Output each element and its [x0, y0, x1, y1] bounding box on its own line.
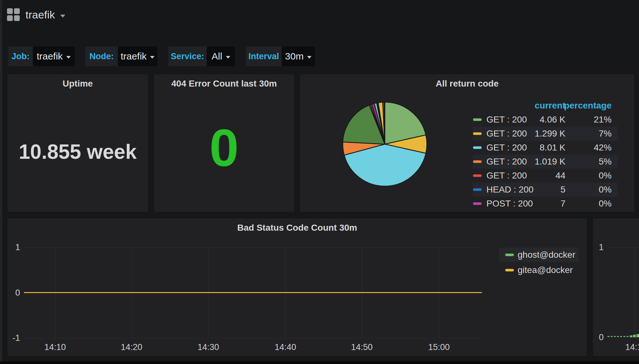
legend-row: GET : 200440%	[473, 169, 618, 183]
legend-row: HEAD : 20050%	[473, 183, 618, 197]
series-bar	[607, 336, 609, 337]
x-axis-tick-label: 14:1	[620, 342, 639, 352]
legend-current-value: 8.01 K	[540, 143, 565, 153]
return-code-pie-chart	[340, 100, 429, 189]
variable-label: Job:	[8, 46, 33, 66]
variable-label: Node:	[85, 46, 118, 66]
legend-series-color[interactable]	[473, 174, 482, 177]
dashboard-grid-icon[interactable]	[7, 8, 20, 21]
sidebar-edge	[0, 0, 2, 364]
legend-percentage-value: 42%	[594, 143, 612, 153]
uptime-value: 10.855 week	[7, 140, 148, 164]
legend-series-label[interactable]: ghost@docker	[518, 250, 575, 260]
pie-legend-header: current percentage	[473, 99, 618, 113]
gridline	[24, 338, 482, 338]
variable-value: All	[212, 51, 222, 62]
x-axis-tick-label: 14:30	[192, 342, 224, 352]
legend-row: GET : 2001.019 K5%	[473, 155, 618, 169]
panel-partial-right: 10 14:1	[593, 218, 639, 356]
variable-dropdown-service[interactable]: All	[207, 46, 235, 66]
gridline	[635, 247, 635, 337]
x-axis-tick-label: 14:20	[116, 342, 147, 352]
legend-series-color[interactable]	[473, 188, 482, 191]
legend-current-value: 1.019 K	[535, 157, 565, 167]
legend-row: GET : 2001.299 K7%	[473, 127, 618, 141]
dashboard-title[interactable]: traefik	[25, 9, 55, 21]
legend-series-color[interactable]	[473, 146, 482, 149]
grid-square	[7, 15, 13, 21]
chevron-down-icon	[226, 56, 230, 59]
series-bar	[620, 336, 622, 337]
legend-header-percentage[interactable]: percentage	[564, 101, 612, 111]
y-axis-tick-label: 0	[593, 332, 604, 342]
legend-percentage-value: 0%	[599, 199, 612, 209]
legend-series-color[interactable]	[473, 160, 482, 163]
panel-title[interactable]: Bad Status Code Count 30m	[7, 223, 587, 233]
legend-series-label[interactable]: GET : 200	[486, 171, 527, 181]
variable-dropdown-node[interactable]: traefik	[118, 46, 157, 66]
variable-label: Service:	[168, 46, 207, 66]
legend-row: POST : 20070%	[473, 197, 618, 211]
legend-current-value: 1.299 K	[535, 129, 565, 139]
grid-square	[14, 8, 20, 14]
series-bar	[627, 336, 628, 337]
gridline	[607, 247, 639, 248]
panel-title[interactable]: All return code	[300, 79, 635, 89]
variable-pill-node: Node: traefik	[85, 46, 157, 66]
series-bar	[623, 336, 625, 337]
variable-dropdown-interval[interactable]: 30m	[282, 46, 315, 66]
legend-series-label[interactable]: GET : 200	[486, 157, 527, 167]
variable-value: traefik	[37, 51, 63, 62]
series-bar	[617, 336, 619, 337]
legend-series-label[interactable]: gitea@docker	[518, 265, 573, 275]
y-axis-tick-label: 0	[7, 288, 20, 298]
series-bar	[611, 336, 613, 337]
x-axis-tick-label: 15:00	[423, 342, 455, 352]
variable-value: traefik	[121, 51, 147, 62]
variable-pill-interval: Interval 30m	[246, 46, 315, 66]
legend-percentage-value: 0%	[599, 185, 612, 195]
chevron-down-icon	[150, 56, 154, 59]
navbar: traefik	[0, 0, 639, 29]
legend-series-label[interactable]: GET : 200	[486, 115, 527, 125]
legend-series-color[interactable]	[473, 118, 482, 121]
legend-series-label[interactable]: HEAD : 200	[486, 185, 534, 195]
series-bar	[633, 335, 636, 337]
chevron-down-icon[interactable]	[60, 15, 65, 18]
chevron-down-icon	[307, 56, 312, 59]
chevron-down-icon	[66, 56, 71, 59]
legend-series-label[interactable]: GET : 200	[486, 129, 527, 139]
legend-series-color[interactable]	[505, 254, 514, 256]
legend-current-value: 44	[556, 171, 565, 181]
timeseries-legend-item: gitea@docker	[499, 263, 578, 277]
variable-value: 30m	[285, 51, 304, 62]
legend-series-color[interactable]	[473, 132, 482, 135]
pie-legend-table: current percentage GET : 2004.06 K21%GET…	[473, 99, 618, 211]
y-axis-tick-label: -1	[7, 333, 20, 343]
gitea-series-line[interactable]	[24, 292, 482, 293]
legend-current-value: 7	[560, 199, 565, 209]
grid-square	[7, 8, 13, 14]
legend-series-color[interactable]	[473, 202, 482, 205]
panel-title[interactable]: Uptime	[7, 79, 148, 89]
variable-pill-service: Service: All	[168, 46, 235, 66]
legend-row: GET : 2004.06 K21%	[473, 113, 618, 127]
panel-all-return-code: All return code current percentage GET :…	[300, 74, 635, 212]
x-axis-tick-label: 14:40	[269, 342, 301, 352]
panel-title[interactable]: 404 Error Count last 30m	[154, 79, 294, 89]
panel-404-error-count: 404 Error Count last 30m 0	[154, 74, 294, 212]
error-404-value: 0	[154, 119, 294, 176]
variable-dropdown-job[interactable]: traefik	[33, 46, 75, 66]
legend-series-color[interactable]	[505, 269, 514, 271]
x-axis-tick-label: 14:10	[39, 342, 71, 352]
legend-header-current[interactable]: current	[535, 101, 565, 111]
grid-square	[14, 15, 20, 21]
legend-percentage-value: 7%	[599, 129, 612, 139]
series-bar	[630, 335, 632, 337]
legend-series-label[interactable]: POST : 200	[486, 199, 533, 209]
gridline	[24, 247, 482, 248]
legend-series-label[interactable]: GET : 200	[486, 143, 527, 153]
legend-current-value: 4.06 K	[540, 115, 565, 125]
bottom-strip	[0, 361, 639, 364]
y-axis-tick-label: 1	[593, 242, 604, 252]
